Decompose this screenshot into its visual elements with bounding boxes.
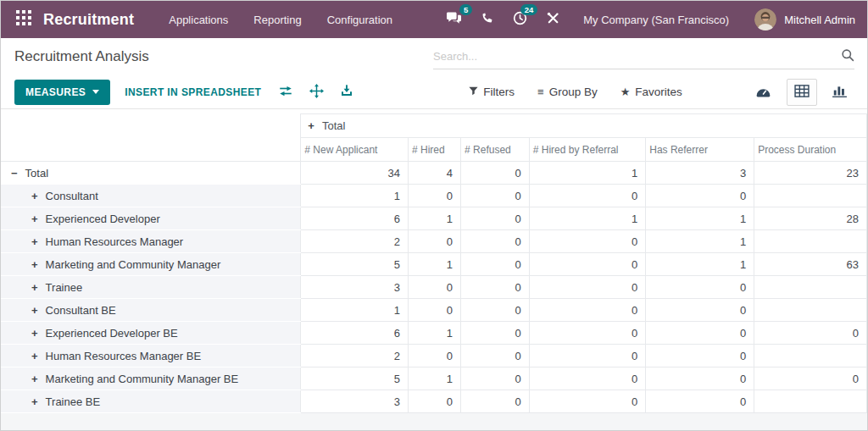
pivot-cell[interactable] [754,276,867,299]
pivot-cell[interactable]: 0 [646,345,754,367]
pivot-cell[interactable]: 63 [754,253,867,276]
pivot-cell[interactable] [754,299,867,322]
menu-applications[interactable]: Applications [156,14,241,26]
pivot-cell[interactable]: 0 [754,367,867,390]
pivot-cell[interactable]: 1 [646,207,754,230]
pivot-row-header[interactable]: +Marketing and Community Manager BE [1,367,301,390]
pivot-cell[interactable]: 0 [461,390,530,413]
pivot-cell[interactable]: 0 [461,367,530,390]
pivot-cell[interactable]: 1 [301,299,409,322]
view-pivot-button[interactable] [787,79,817,106]
pivot-cell[interactable]: 5 [301,367,409,390]
pivot-row-header[interactable]: +Human Resources Manager BE [1,345,301,367]
measures-button[interactable]: MEASURES [14,80,110,105]
pivot-cell[interactable]: 0 [461,162,530,185]
measure-header[interactable]: Has Referrer [646,138,754,162]
pivot-cell[interactable]: 23 [754,162,867,185]
messages-button[interactable]: 5 [437,11,471,29]
pivot-row-header[interactable]: −Total [1,162,301,185]
pivot-cell[interactable]: 1 [409,207,461,230]
expand-toggle-icon[interactable]: + [31,350,38,362]
pivot-cell[interactable]: 1 [646,230,754,253]
pivot-row-header[interactable]: +Trainee BE [1,390,301,413]
group-by-button[interactable]: ≡ Group By [537,86,598,98]
measure-header[interactable]: # Hired by Referral [529,138,645,162]
download-xlsx-button[interactable] [340,84,353,100]
pivot-cell[interactable]: 0 [461,230,530,253]
pivot-cell[interactable]: 1 [529,162,645,185]
pivot-cell[interactable]: 0 [646,390,754,413]
expand-toggle-icon[interactable]: + [31,258,38,271]
pivot-cell[interactable] [754,345,867,367]
pivot-cell[interactable]: 0 [529,322,645,345]
pivot-cell[interactable]: 6 [301,207,409,230]
pivot-cell[interactable]: 1 [646,253,754,276]
pivot-cell[interactable]: 0 [646,367,754,390]
pivot-cell[interactable]: 0 [754,322,867,345]
apps-menu-button[interactable] [1,10,43,29]
pivot-cell[interactable]: 28 [754,207,867,230]
search-input[interactable] [433,50,841,63]
pivot-cell[interactable]: 1 [529,207,645,230]
pivot-cell[interactable]: 0 [461,276,530,299]
voip-button[interactable] [471,11,504,28]
pivot-cell[interactable]: 0 [646,185,754,207]
measure-header[interactable]: # Refused [461,138,530,162]
pivot-cell[interactable]: 0 [409,230,461,253]
pivot-row-header[interactable]: +Consultant BE [1,299,301,322]
pivot-cell[interactable]: 0 [409,390,461,413]
pivot-row-header[interactable]: +Human Resources Manager [1,230,301,253]
pivot-cell[interactable]: 0 [461,253,530,276]
company-switcher[interactable]: My Company (San Francisco) [583,14,729,26]
debug-tools-button[interactable] [537,11,570,29]
activities-button[interactable]: 24 [504,11,537,29]
pivot-cell[interactable]: 0 [461,207,530,230]
pivot-cell[interactable]: 0 [529,345,645,367]
pivot-cell[interactable]: 0 [529,276,645,299]
pivot-row-header[interactable]: +Experienced Developer BE [1,322,301,345]
pivot-cell[interactable]: 0 [461,185,530,207]
pivot-cell[interactable]: 2 [301,230,409,253]
pivot-cell[interactable]: 0 [646,276,754,299]
pivot-cell[interactable]: 4 [409,162,461,185]
view-graph-button[interactable] [825,78,854,106]
pivot-cell[interactable]: 0 [461,345,530,367]
pivot-row-header[interactable]: +Experienced Developer [1,207,301,230]
measure-header[interactable]: # New Applicant [301,138,409,162]
pivot-cell[interactable]: 0 [529,230,645,253]
pivot-cell[interactable]: 1 [409,367,461,390]
pivot-cell[interactable]: 0 [409,185,461,207]
app-name[interactable]: Recruitment [43,11,134,29]
pivot-cell[interactable]: 0 [646,299,754,322]
pivot-cell[interactable]: 1 [301,185,409,207]
pivot-cell[interactable]: 1 [409,322,461,345]
menu-configuration[interactable]: Configuration [314,14,405,26]
pivot-cell[interactable] [754,185,867,207]
expand-toggle-icon[interactable]: + [31,213,38,225]
pivot-column-group-header[interactable]: +Total [301,114,867,138]
pivot-cell[interactable]: 0 [461,322,530,345]
pivot-cell[interactable]: 0 [409,345,461,367]
expand-toggle-icon[interactable]: + [31,281,38,294]
expand-toggle-icon[interactable]: + [31,395,38,408]
pivot-cell[interactable]: 0 [529,253,645,276]
expand-toggle-icon[interactable]: + [31,327,38,340]
flip-axis-button[interactable] [278,85,293,100]
filters-button[interactable]: Filters [469,86,515,98]
pivot-cell[interactable] [754,390,867,413]
pivot-cell[interactable]: 0 [646,322,754,345]
user-menu[interactable]: Mitchell Admin [754,8,855,30]
expand-toggle-icon[interactable]: + [31,190,38,202]
expand-toggle-icon[interactable]: + [31,373,38,385]
pivot-cell[interactable]: 0 [529,185,645,207]
pivot-cell[interactable]: 3 [301,276,409,299]
pivot-row-header[interactable]: +Trainee [1,276,301,299]
expand-toggle-icon[interactable]: + [31,235,38,248]
pivot-cell[interactable]: 0 [529,390,645,413]
search-icon[interactable] [841,48,854,65]
pivot-cell[interactable]: 5 [301,253,409,276]
measure-header[interactable]: Process Duration [754,138,867,162]
pivot-cell[interactable]: 3 [646,162,754,185]
menu-reporting[interactable]: Reporting [241,14,314,26]
pivot-cell[interactable]: 6 [301,322,409,345]
